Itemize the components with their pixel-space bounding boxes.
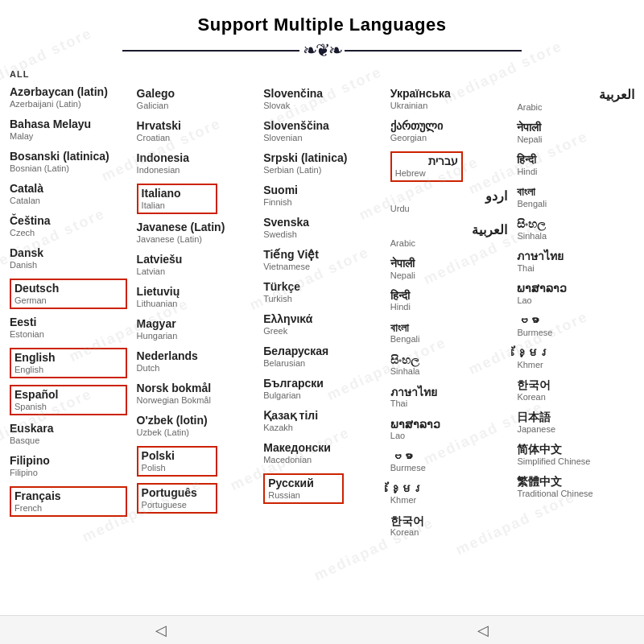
lang-burmese-2[interactable]: ဗမာ Burmese [517, 314, 634, 338]
lang-ukrainian[interactable]: Українська Ukrainian [390, 87, 508, 111]
lang-italian[interactable]: Italiano Italian [137, 184, 217, 214]
lang-indonesian[interactable]: Indonesia Indonesian [137, 151, 254, 175]
lang-traditional-chinese[interactable]: 繁體中文 Traditional Chinese [517, 475, 634, 499]
lang-vietnamese[interactable]: Tiếng Việt Vietnamese [263, 248, 381, 272]
lang-hindi-2[interactable]: हिन्दी Hindi [517, 153, 634, 177]
lang-portuguese[interactable]: Português Portuguese [137, 483, 217, 514]
lang-greek[interactable]: Ελληνικά Greek [263, 312, 381, 336]
lang-nepali[interactable]: नेपाली Nepali [390, 257, 508, 281]
lang-nepali-2[interactable]: नेपाली Nepali [517, 121, 634, 145]
divider: ❧❦❧ [0, 40, 644, 61]
lang-polish[interactable]: Polski Polish [137, 446, 217, 477]
lang-swedish[interactable]: Svenska Swedish [263, 216, 381, 240]
lang-lao-2[interactable]: ພາສາລາວ Lao [517, 282, 634, 306]
lang-javanese[interactable]: Javanese (Latin) Javanese (Latin) [137, 221, 254, 245]
lang-macedonian[interactable]: Македонски Macedonian [263, 441, 381, 465]
lang-lithuanian[interactable]: Lietuvių Lithuanian [137, 285, 254, 309]
column-5: العربية Arabic नेपाली Nepali हिन्दी Hind… [512, 69, 639, 547]
lang-hindi[interactable]: हिन्दी Hindi [390, 289, 508, 313]
lang-korean-2[interactable]: 한국어 Korean [517, 378, 634, 402]
lang-hebrew[interactable]: עברית Hebrew [390, 151, 463, 182]
lang-finnish[interactable]: Suomi Finnish [263, 184, 381, 208]
lang-latvian[interactable]: Latviešu Latvian [137, 253, 254, 277]
lang-german[interactable]: Deutsch German [10, 279, 127, 309]
lang-arabic[interactable]: العربية Arabic [390, 222, 508, 248]
lang-azerbaijani[interactable]: Azərbaycan (latin) Azerbaijani (Latin) [10, 85, 127, 109]
lang-georgian[interactable]: ქართული Georgian [390, 119, 508, 143]
lang-french[interactable]: Français French [10, 486, 127, 517]
lang-belarusian[interactable]: Беларуская Belarusian [263, 345, 381, 369]
lang-burmese[interactable]: ဗမာ Burmese [390, 450, 508, 474]
lang-basque[interactable]: Euskara Basque [10, 422, 127, 446]
page-title: Support Multiple Languages [0, 0, 644, 40]
lang-slovenian[interactable]: Slovenščina Slovenian [263, 119, 381, 143]
forward-button[interactable]: ◁ [477, 621, 489, 639]
lang-english[interactable]: English English [10, 348, 127, 378]
lang-catalan[interactable]: Català Catalan [10, 182, 127, 206]
lang-serbian[interactable]: Srpski (latinica) Serbian (Latin) [263, 151, 381, 175]
lang-spanish[interactable]: Español Spanish [10, 385, 127, 415]
lang-malay[interactable]: Bahasa Melayu Malay [10, 118, 127, 142]
lang-sinhala-2[interactable]: සිංහල Sinhala [517, 217, 634, 242]
lang-croatian[interactable]: Hrvatski Croatian [137, 119, 254, 143]
lang-thai[interactable]: ภาษาไทย Thai [390, 386, 508, 410]
lang-korean[interactable]: 한국어 Korean [390, 514, 508, 539]
lang-arabic-2[interactable]: العربية Arabic [517, 87, 634, 113]
lang-bengali-2[interactable]: বাংলা Bengali [517, 185, 634, 209]
lang-thai-2[interactable]: ภาษาไทย Thai [517, 250, 634, 274]
language-grid: ALL Azərbaycan (latin) Azerbaijani (Lati… [0, 69, 644, 547]
lang-danish[interactable]: Dansk Danish [10, 246, 127, 270]
lang-turkish[interactable]: Türkçe Turkish [263, 280, 381, 304]
lang-estonian[interactable]: Eesti Estonian [10, 316, 127, 340]
lang-simplified-chinese[interactable]: 简体中文 Simplified Chinese [517, 443, 634, 467]
back-button[interactable]: ◁ [155, 621, 167, 639]
lang-sinhala[interactable]: සිංහල Sinhala [390, 353, 508, 378]
lang-czech[interactable]: Čeština Czech [10, 214, 127, 238]
lang-filipino[interactable]: Filipino Filipino [10, 454, 127, 478]
lang-uzbek[interactable]: O'zbek (lotin) Uzbek (Latin) [137, 414, 254, 438]
lang-kazakh[interactable]: Қазақ тілі Kazakh [263, 409, 381, 433]
column-4: Українська Ukrainian ქართული Georgian עב… [386, 69, 513, 547]
lang-urdu[interactable]: اردو Urdu [390, 188, 508, 214]
lang-khmer-2[interactable]: ខ្មែរ Khmer [517, 346, 634, 370]
lang-bulgarian[interactable]: Български Bulgarian [263, 377, 381, 401]
lang-bengali[interactable]: বাংলা Bengali [390, 321, 508, 345]
lang-galician[interactable]: Galego Galician [137, 87, 254, 111]
column-1: ALL Azərbaycan (latin) Azerbaijani (Lati… [5, 69, 132, 547]
column-3: Slovenčina Slovak Slovenščina Slovenian … [258, 69, 386, 547]
lang-hungarian[interactable]: Magyar Hungarian [137, 317, 254, 341]
lang-bosnian[interactable]: Bosanski (latinica) Bosnian (Latin) [10, 150, 127, 174]
lang-russian[interactable]: Русский Russian [263, 473, 344, 504]
lang-norwegian[interactable]: Norsk bokmål Norwegian Bokmål [137, 382, 254, 406]
column-2: Galego Galician Hrvatski Croatian Indone… [132, 69, 259, 547]
lang-dutch[interactable]: Nederlands Dutch [137, 349, 254, 374]
lang-japanese[interactable]: 日本語 Japanese [517, 411, 634, 435]
bottom-nav: ◁ ◁ [0, 615, 644, 644]
lang-khmer[interactable]: ខ្មែរ Khmer [390, 482, 508, 506]
lang-slovak[interactable]: Slovenčina Slovak [263, 87, 381, 111]
section-all-label: ALL [10, 69, 127, 79]
lang-lao[interactable]: ພາສາລາວ Lao [390, 418, 508, 442]
